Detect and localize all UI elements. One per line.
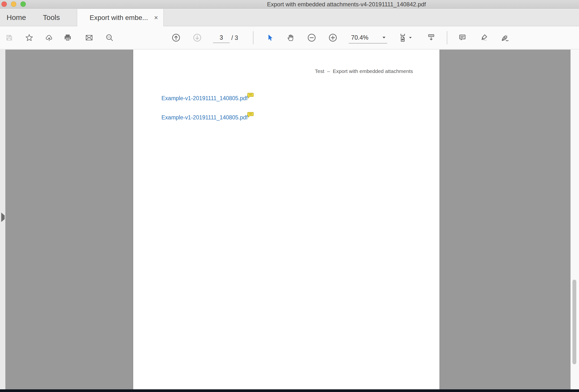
page-header-text: Test – Export with embedded attachments	[315, 68, 413, 74]
zoom-out-button[interactable]	[306, 30, 317, 45]
scroll-mode-button[interactable]	[426, 30, 436, 45]
comment-icon	[458, 33, 467, 42]
attachment-link[interactable]: Example-v1-20191111_140805.pdf	[161, 95, 248, 102]
scroll-mode-icon	[427, 33, 435, 42]
pdf-page: Test – Export with embedded attachments …	[133, 50, 440, 392]
expand-triangle-icon	[1, 213, 5, 222]
acrobat-window: Export with embedded attachments-v4-2019…	[0, 0, 579, 392]
toolbar-divider	[253, 31, 253, 44]
favorite-star-button[interactable]	[24, 30, 35, 45]
highlighter-icon	[479, 33, 488, 42]
search-icon	[105, 34, 114, 42]
select-pointer-icon	[266, 34, 274, 42]
fill-sign-button[interactable]	[500, 30, 510, 45]
print-button[interactable]	[62, 30, 73, 45]
page-down-icon	[193, 33, 202, 42]
next-page-button[interactable]	[192, 30, 203, 45]
tab-tools[interactable]: Tools	[43, 9, 60, 26]
previous-page-button[interactable]	[171, 30, 181, 45]
save-button[interactable]	[4, 30, 15, 45]
select-tool-button[interactable]	[264, 30, 275, 45]
window-title: Export with embedded attachments-v4-2019…	[114, 0, 579, 9]
page-up-icon	[171, 33, 181, 42]
fit-width-icon	[398, 33, 407, 42]
tab-document-label: Export with embe...	[90, 14, 148, 22]
vertical-scrollbar[interactable]	[571, 50, 579, 392]
fit-width-button[interactable]	[395, 30, 414, 46]
share-cloud-button[interactable]	[44, 30, 55, 45]
expand-panel-button[interactable]	[0, 214, 5, 220]
attachment-link[interactable]: Example-v1-20191111_140805.pdf	[161, 114, 248, 121]
chevron-down-icon	[382, 37, 386, 39]
titlebar: Export with embedded attachments-v4-2019…	[0, 0, 579, 9]
highlight-button[interactable]	[478, 30, 489, 45]
email-icon	[85, 34, 93, 42]
tab-document[interactable]: Export with embe... ×	[77, 9, 164, 26]
attachment-link-row: Example-v1-20191111_140805.pdf	[161, 114, 254, 121]
tab-close-button[interactable]: ×	[153, 14, 159, 21]
zoom-in-button[interactable]	[327, 30, 338, 45]
save-icon	[5, 34, 13, 42]
zoom-in-icon	[328, 33, 338, 42]
hand-tool-icon	[286, 34, 295, 42]
comment-button[interactable]	[457, 30, 468, 45]
traffic-lights	[1, 1, 26, 7]
cloud-upload-icon	[45, 34, 53, 42]
toolbar: / 3 70.4%	[0, 26, 579, 49]
search-button[interactable]	[104, 30, 115, 45]
print-icon	[64, 34, 72, 42]
minimize-window-button[interactable]	[11, 1, 16, 7]
dock-edge	[0, 389, 579, 392]
document-canvas: Test – Export with embedded attachments …	[0, 50, 579, 392]
maximize-window-button[interactable]	[20, 1, 26, 7]
star-icon	[25, 34, 33, 42]
zoom-level-value: 70.4%	[351, 34, 368, 41]
sticky-note-icon[interactable]	[247, 93, 254, 99]
close-window-button[interactable]	[1, 1, 7, 7]
sticky-note-icon[interactable]	[247, 112, 254, 118]
zoom-out-icon	[307, 33, 316, 42]
fill-sign-pen-icon	[500, 33, 509, 42]
toolbar-divider	[447, 31, 447, 44]
attachment-link-row: Example-v1-20191111_140805.pdf	[161, 95, 254, 102]
zoom-level-select[interactable]: 70.4%	[349, 32, 387, 44]
hand-tool-button[interactable]	[285, 30, 296, 45]
chevron-down-icon	[409, 37, 412, 39]
page-number-input[interactable]	[213, 32, 230, 43]
email-button[interactable]	[84, 30, 94, 45]
navigation-pane-strip	[0, 50, 5, 392]
scrollbar-thumb[interactable]	[573, 280, 576, 364]
page-count-label: / 3	[231, 34, 238, 41]
tab-bar: Home Tools Export with embe... ×	[0, 9, 579, 26]
tab-home[interactable]: Home	[6, 9, 26, 26]
